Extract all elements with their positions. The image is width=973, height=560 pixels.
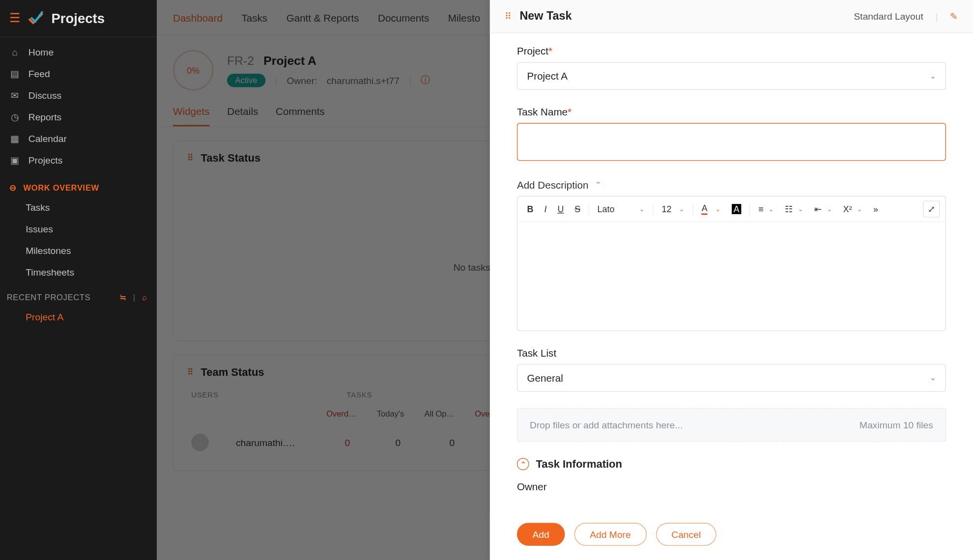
highlight-button[interactable]: A xyxy=(727,201,745,217)
recent-label: Project A xyxy=(26,311,63,322)
calendar-icon: ▦ xyxy=(9,133,20,144)
project-select[interactable]: Project A ⌄ xyxy=(517,62,946,90)
rte-toolbar: B I U S Lato ⌄ 12 ⌄ A ⌄ A xyxy=(517,196,945,222)
section-label: RECENT PROJECTS xyxy=(7,292,90,302)
cancel-button[interactable]: Cancel xyxy=(656,523,716,546)
filter-icon[interactable]: ≒ xyxy=(119,292,126,302)
reports-icon: ◷ xyxy=(9,112,20,122)
nav-label: Discuss xyxy=(29,90,61,101)
more-button[interactable]: » xyxy=(869,201,882,217)
taskinfo-label: Task Information xyxy=(536,458,622,470)
rte-body[interactable] xyxy=(517,222,945,323)
recent-project-a[interactable]: Project A xyxy=(0,306,157,328)
underline-button[interactable]: U xyxy=(553,201,568,217)
minus-circle-icon: ⊖ xyxy=(9,183,16,193)
feed-icon: ▤ xyxy=(9,68,20,79)
grid-icon[interactable]: ⠿ xyxy=(505,11,512,22)
drawer-title: New Task xyxy=(519,9,572,23)
italic-button[interactable]: I xyxy=(540,201,550,217)
owner-field-label: Owner xyxy=(517,481,946,492)
align-button[interactable]: ≡ ⌄ xyxy=(754,201,778,217)
add-more-button[interactable]: Add More xyxy=(574,523,647,546)
attachment-dropzone[interactable]: Drop files or add attachments here... Ma… xyxy=(517,408,946,442)
superscript-button[interactable]: X² ⌄ xyxy=(839,201,866,217)
taskname-field-label: Task Name* xyxy=(517,106,946,117)
app-logo-icon xyxy=(27,9,45,27)
projects-icon: ▣ xyxy=(9,155,20,166)
add-button[interactable]: Add xyxy=(517,523,565,546)
chevron-down-icon: ⌄ xyxy=(930,72,936,81)
nav-label: Issues xyxy=(26,224,53,234)
nav-label: Projects xyxy=(29,155,63,166)
sidebar: ☰ Projects ⌂Home ▤Feed ✉Discuss ◷Reports… xyxy=(0,0,157,560)
nav-discuss[interactable]: ✉Discuss xyxy=(0,84,157,106)
strike-button[interactable]: S xyxy=(571,201,584,217)
nav-milestones[interactable]: Milestones xyxy=(0,240,157,261)
text-color-button[interactable]: A ⌄ xyxy=(698,200,725,217)
nav-label: Reports xyxy=(29,112,61,122)
chevron-up-icon: ⌃ xyxy=(595,180,601,189)
nav-label: Calendar xyxy=(29,133,67,144)
main-area: Dashboard Tasks Gantt & Reports Document… xyxy=(157,0,973,560)
recent-projects-header: RECENT PROJECTS ≒ | ⌕ xyxy=(0,283,157,306)
nav-tasks[interactable]: Tasks xyxy=(0,196,157,218)
tasklist-select-value: General xyxy=(527,372,563,384)
bold-button[interactable]: B xyxy=(523,201,537,217)
nav-label: Milestones xyxy=(26,245,71,256)
nav-label: Feed xyxy=(29,68,50,79)
nav-issues[interactable]: Issues xyxy=(0,218,157,240)
nav-label: Tasks xyxy=(26,202,50,213)
project-select-value: Project A xyxy=(527,70,568,82)
nav-label: Home xyxy=(29,47,54,57)
expand-icon[interactable]: ⤢ xyxy=(923,200,940,217)
nav-projects[interactable]: ▣Projects xyxy=(0,149,157,171)
project-field-label: Project* xyxy=(517,45,946,56)
task-info-toggle[interactable]: ⌃ Task Information xyxy=(517,458,946,470)
discuss-icon: ✉ xyxy=(9,90,20,101)
rich-text-editor: B I U S Lato ⌄ 12 ⌄ A ⌄ A xyxy=(517,196,946,331)
nav-label: Timesheets xyxy=(26,267,74,278)
layout-label[interactable]: Standard Layout xyxy=(854,11,923,22)
fontsize-select[interactable]: 12 ⌄ xyxy=(658,201,688,217)
dropzone-max: Maximum 10 files xyxy=(859,420,933,430)
drawer-header: ⠿ New Task Standard Layout | ✎ xyxy=(490,0,973,33)
tasklist-select[interactable]: General ⌄ xyxy=(517,364,946,392)
drawer-footer: Add Add More Cancel xyxy=(490,513,973,560)
edit-icon[interactable]: ✎ xyxy=(950,11,958,22)
nav-feed[interactable]: ▤Feed xyxy=(0,63,157,84)
tasklist-field-label: Task List xyxy=(517,347,946,359)
taskname-input[interactable] xyxy=(517,123,946,161)
nav-calendar[interactable]: ▦Calendar xyxy=(0,128,157,149)
search-icon[interactable]: ⌕ xyxy=(142,292,147,302)
nav-home[interactable]: ⌂Home xyxy=(0,41,157,63)
app-title: Projects xyxy=(52,10,105,26)
chevron-up-circle-icon: ⌃ xyxy=(517,458,529,470)
nav-timesheets[interactable]: Timesheets xyxy=(0,261,157,283)
work-overview-header[interactable]: ⊖ WORK OVERVIEW xyxy=(0,175,157,196)
list-button[interactable]: ☷ ⌄ xyxy=(781,201,807,217)
menu-icon[interactable]: ☰ xyxy=(9,12,20,25)
new-task-drawer: ⠿ New Task Standard Layout | ✎ Project* … xyxy=(490,0,973,560)
font-select[interactable]: Lato ⌄ xyxy=(593,201,649,217)
nav-reports[interactable]: ◷Reports xyxy=(0,106,157,128)
home-icon: ⌂ xyxy=(9,47,20,57)
dropzone-hint: Drop files or add attachments here... xyxy=(530,420,683,430)
desc-label: Add Description xyxy=(517,179,589,190)
indent-button[interactable]: ⇤ ⌄ xyxy=(810,201,836,217)
description-toggle[interactable]: Add Description ⌃ xyxy=(517,179,946,190)
chevron-down-icon: ⌄ xyxy=(930,373,936,382)
section-label: WORK OVERVIEW xyxy=(23,183,99,193)
